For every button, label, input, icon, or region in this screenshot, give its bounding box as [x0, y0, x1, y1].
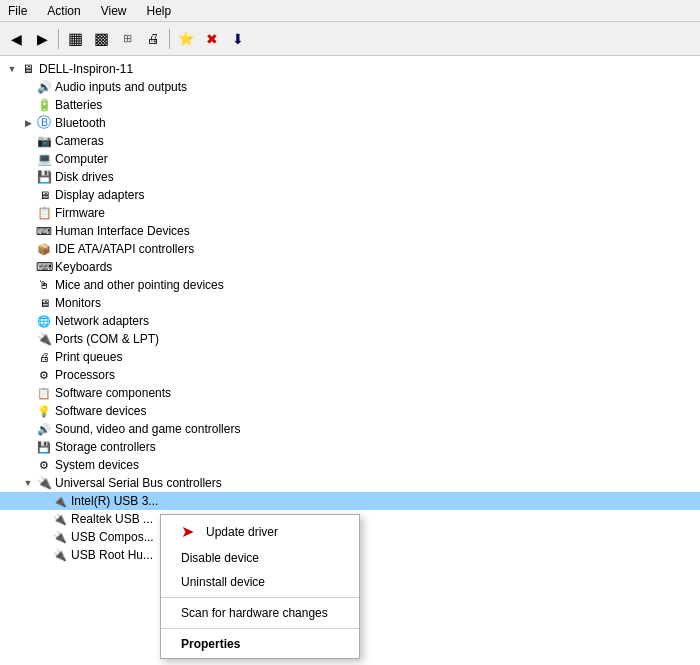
update-driver-label: Update driver: [206, 525, 278, 539]
toolbar-btn-2[interactable]: ▩: [89, 27, 113, 51]
toolbar: ◀ ▶ ▦ ▩ ⊞ 🖨 ⭐ ✖ ⬇: [0, 22, 700, 56]
forward-button[interactable]: ▶: [30, 27, 54, 51]
tree-item-keyboards[interactable]: ▶ ⌨ Keyboards: [0, 258, 700, 276]
context-scan-changes[interactable]: Scan for hardware changes: [161, 601, 359, 625]
tree-root[interactable]: ▼ 🖥 DELL-Inspiron-11: [0, 60, 700, 78]
mice-label: Mice and other pointing devices: [55, 278, 224, 292]
update-driver-arrow: ➤: [181, 522, 194, 541]
toolbar-btn-3[interactable]: ⊞: [115, 27, 139, 51]
intel-usb-icon: 🔌: [52, 493, 68, 509]
ide-icon: 📦: [36, 241, 52, 257]
menu-file[interactable]: File: [4, 4, 31, 18]
printqueues-icon: 🖨: [36, 349, 52, 365]
toolbar-btn-5[interactable]: ⭐: [174, 27, 198, 51]
menu-action[interactable]: Action: [43, 4, 84, 18]
printqueues-label: Print queues: [55, 350, 122, 364]
system-icon: ⚙: [36, 457, 52, 473]
context-uninstall-device[interactable]: Uninstall device: [161, 570, 359, 594]
processors-icon: ⚙: [36, 367, 52, 383]
keyboards-icon: ⌨: [36, 259, 52, 275]
tree-item-cameras[interactable]: ▶ 📷 Cameras: [0, 132, 700, 150]
tree-item-printqueues[interactable]: ▶ 🖨 Print queues: [0, 348, 700, 366]
usb-expand[interactable]: ▼: [20, 475, 36, 491]
display-label: Display adapters: [55, 188, 144, 202]
firmware-label: Firmware: [55, 206, 105, 220]
menu-help[interactable]: Help: [143, 4, 176, 18]
tree-item-hid[interactable]: ▶ ⌨ Human Interface Devices: [0, 222, 700, 240]
properties-label: Properties: [181, 637, 240, 651]
scan-changes-label: Scan for hardware changes: [181, 606, 328, 620]
display-icon: 🖥: [36, 187, 52, 203]
bluetooth-icon: Ⓑ: [36, 115, 52, 131]
usbcomp-icon: 🔌: [52, 529, 68, 545]
ide-label: IDE ATA/ATAPI controllers: [55, 242, 194, 256]
keyboards-label: Keyboards: [55, 260, 112, 274]
context-sep-1: [161, 597, 359, 598]
realtek-label: Realtek USB ...: [71, 512, 153, 526]
softwarecomp-icon: 📋: [36, 385, 52, 401]
network-icon: 🌐: [36, 313, 52, 329]
tree-item-ports[interactable]: ▶ 🔌 Ports (COM & LPT): [0, 330, 700, 348]
softwaredev-label: Software devices: [55, 404, 146, 418]
main-content: ▼ 🖥 DELL-Inspiron-11 ▶ 🔊 Audio inputs an…: [0, 56, 700, 665]
root-expand[interactable]: ▼: [4, 61, 20, 77]
menu-view[interactable]: View: [97, 4, 131, 18]
toolbar-btn-4[interactable]: 🖨: [141, 27, 165, 51]
tree-item-computer[interactable]: ▶ 💻 Computer: [0, 150, 700, 168]
cameras-icon: 📷: [36, 133, 52, 149]
context-menu: ➤ Update driver Disable device Uninstall…: [160, 514, 360, 659]
tree-item-sound[interactable]: ▶ 🔊 Sound, video and game controllers: [0, 420, 700, 438]
firmware-icon: 📋: [36, 205, 52, 221]
context-update-driver[interactable]: ➤ Update driver: [161, 517, 359, 546]
tree-item-processors[interactable]: ▶ ⚙ Processors: [0, 366, 700, 384]
tree-item-monitors[interactable]: ▶ 🖥 Monitors: [0, 294, 700, 312]
hid-icon: ⌨: [36, 223, 52, 239]
cameras-label: Cameras: [55, 134, 104, 148]
computer-label: Computer: [55, 152, 108, 166]
processors-label: Processors: [55, 368, 115, 382]
batteries-label: Batteries: [55, 98, 102, 112]
monitors-icon: 🖥: [36, 295, 52, 311]
toolbar-sep-1: [58, 29, 59, 49]
bluetooth-expand[interactable]: ▶: [20, 115, 36, 131]
tree-item-ide[interactable]: ▶ 📦 IDE ATA/ATAPI controllers: [0, 240, 700, 258]
softwaredev-icon: 💡: [36, 403, 52, 419]
tree-item-softwaredev[interactable]: ▶ 💡 Software devices: [0, 402, 700, 420]
hid-label: Human Interface Devices: [55, 224, 190, 238]
context-sep-2: [161, 628, 359, 629]
softwarecomp-label: Software components: [55, 386, 171, 400]
mice-icon: 🖱: [36, 277, 52, 293]
usbcomp-label: USB Compos...: [71, 530, 154, 544]
show-icon-button[interactable]: ▦: [63, 27, 87, 51]
tree-item-batteries[interactable]: ▶ 🔋 Batteries: [0, 96, 700, 114]
tree-item-display[interactable]: ▶ 🖥 Display adapters: [0, 186, 700, 204]
back-button[interactable]: ◀: [4, 27, 28, 51]
batteries-icon: 🔋: [36, 97, 52, 113]
computer-icon: 🖥: [20, 61, 36, 77]
tree-item-usb[interactable]: ▼ 🔌 Universal Serial Bus controllers: [0, 474, 700, 492]
delete-button[interactable]: ✖: [200, 27, 224, 51]
tree-item-firmware[interactable]: ▶ 📋 Firmware: [0, 204, 700, 222]
tree-item-storage[interactable]: ▶ 💾 Storage controllers: [0, 438, 700, 456]
tree-item-intel-usb[interactable]: ▶ 🔌 Intel(R) USB 3...: [0, 492, 700, 510]
tree-item-mice[interactable]: ▶ 🖱 Mice and other pointing devices: [0, 276, 700, 294]
tree-item-softwarecomp[interactable]: ▶ 📋 Software components: [0, 384, 700, 402]
tree-item-audio[interactable]: ▶ 🔊 Audio inputs and outputs: [0, 78, 700, 96]
disk-icon: 💾: [36, 169, 52, 185]
update-button[interactable]: ⬇: [226, 27, 250, 51]
audio-label: Audio inputs and outputs: [55, 80, 187, 94]
monitors-label: Monitors: [55, 296, 101, 310]
tree-item-network[interactable]: ▶ 🌐 Network adapters: [0, 312, 700, 330]
realtek-icon: 🔌: [52, 511, 68, 527]
tree-item-bluetooth[interactable]: ▶ Ⓑ Bluetooth: [0, 114, 700, 132]
network-label: Network adapters: [55, 314, 149, 328]
tree-item-system[interactable]: ▶ ⚙ System devices: [0, 456, 700, 474]
toolbar-sep-2: [169, 29, 170, 49]
intel-usb-label: Intel(R) USB 3...: [71, 494, 158, 508]
menubar: File Action View Help: [0, 0, 700, 22]
context-disable-device[interactable]: Disable device: [161, 546, 359, 570]
usbroot-icon: 🔌: [52, 547, 68, 563]
tree-item-diskdrives[interactable]: ▶ 💾 Disk drives: [0, 168, 700, 186]
context-properties[interactable]: Properties: [161, 632, 359, 656]
disk-label: Disk drives: [55, 170, 114, 184]
